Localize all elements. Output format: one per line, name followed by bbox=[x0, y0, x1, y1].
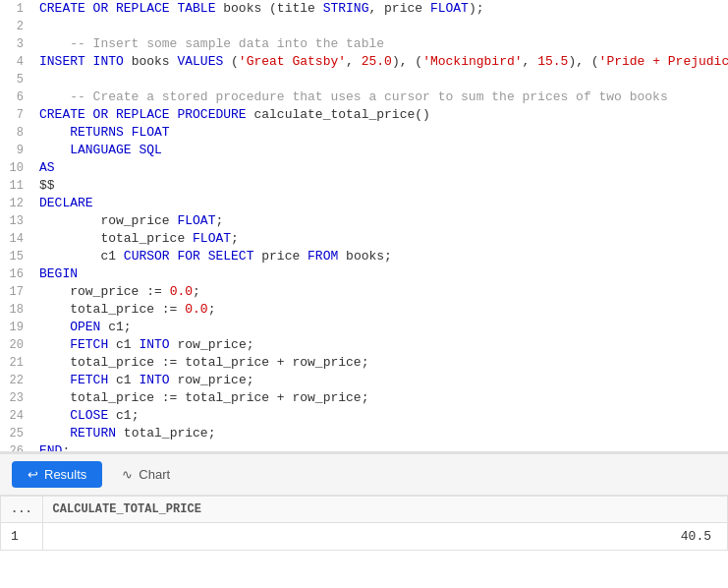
line-code: AS bbox=[35, 159, 728, 177]
line-number: 16 bbox=[0, 265, 35, 283]
chart-label: Chart bbox=[139, 467, 170, 482]
line-number: 2 bbox=[0, 18, 35, 35]
line-code bbox=[35, 71, 728, 88]
code-token: FETCH bbox=[70, 337, 108, 352]
code-token: 0.0 bbox=[185, 302, 207, 317]
results-tab[interactable]: ↩ Results bbox=[12, 461, 102, 488]
code-token: , price bbox=[368, 1, 429, 16]
line-code: $$ bbox=[35, 177, 728, 195]
tabs-bar: ↩ Results ∿ Chart bbox=[0, 452, 728, 496]
line-number: 5 bbox=[0, 71, 35, 88]
code-token: STRING bbox=[323, 1, 369, 16]
code-token: ( bbox=[223, 54, 239, 69]
line-code: END; bbox=[35, 442, 728, 452]
line-code: LANGUAGE SQL bbox=[35, 142, 728, 159]
code-token: row_price; bbox=[170, 373, 254, 387]
code-token: CURSOR FOR SELECT bbox=[124, 249, 254, 264]
code-token: $$ bbox=[39, 178, 55, 193]
code-token: ); bbox=[469, 1, 484, 16]
line-code: -- Insert some sample data into the tabl… bbox=[35, 35, 728, 53]
code-token: CLOSE bbox=[70, 408, 108, 423]
code-token: row_price := bbox=[39, 284, 170, 299]
row-number: 1 bbox=[1, 523, 43, 551]
line-code: total_price := 0.0; bbox=[35, 301, 728, 319]
code-token: CREATE OR REPLACE TABLE bbox=[39, 1, 215, 16]
code-token: RETURN bbox=[70, 426, 116, 441]
line-code: c1 CURSOR FOR SELECT price FROM books; bbox=[35, 248, 728, 265]
code-token: INTO bbox=[139, 373, 169, 387]
code-table: 1CREATE OR REPLACE TABLE books (title ST… bbox=[0, 0, 728, 452]
code-token: total_price; bbox=[116, 426, 215, 441]
line-code: RETURNS FLOAT bbox=[35, 124, 728, 142]
code-token: FETCH bbox=[70, 373, 108, 387]
results-icon: ↩ bbox=[28, 467, 38, 482]
line-number: 24 bbox=[0, 407, 35, 425]
code-token: 'Great Gatsby' bbox=[239, 54, 346, 69]
code-token bbox=[39, 320, 70, 334]
code-token bbox=[39, 408, 70, 423]
line-code: total_price FLOAT; bbox=[35, 230, 728, 248]
line-number: 4 bbox=[0, 53, 35, 71]
code-token: ; bbox=[215, 213, 223, 228]
line-code: FETCH c1 INTO row_price; bbox=[35, 372, 728, 389]
line-code: row_price := 0.0; bbox=[35, 283, 728, 301]
code-token: ), ( bbox=[568, 54, 598, 69]
code-token: total_price bbox=[39, 231, 193, 246]
results-header-row: ... CALCULATE_TOTAL_PRICE bbox=[1, 497, 728, 523]
line-number: 3 bbox=[0, 35, 35, 53]
line-code: total_price := total_price + row_price; bbox=[35, 389, 728, 407]
code-token bbox=[39, 426, 70, 441]
code-token: c1; bbox=[100, 320, 131, 334]
line-number: 20 bbox=[0, 336, 35, 354]
line-number: 15 bbox=[0, 248, 35, 265]
line-number: 13 bbox=[0, 212, 35, 230]
header-calculate: CALCULATE_TOTAL_PRICE bbox=[42, 497, 727, 523]
line-code: CREATE OR REPLACE TABLE books (title STR… bbox=[35, 0, 728, 18]
line-number: 9 bbox=[0, 142, 35, 159]
line-number: 23 bbox=[0, 389, 35, 407]
code-token: RETURNS bbox=[70, 125, 124, 140]
line-number: 26 bbox=[0, 442, 35, 452]
chart-tab[interactable]: ∿ Chart bbox=[110, 461, 182, 488]
code-token: books; bbox=[338, 249, 392, 264]
line-code: RETURN total_price; bbox=[35, 425, 728, 442]
code-token: , bbox=[523, 54, 538, 69]
line-code: FETCH c1 INTO row_price; bbox=[35, 336, 728, 354]
line-code: total_price := total_price + row_price; bbox=[35, 354, 728, 372]
code-token: INSERT INTO bbox=[39, 54, 124, 69]
code-token: total_price := total_price + row_price; bbox=[39, 355, 368, 370]
line-number: 19 bbox=[0, 319, 35, 336]
line-number: 7 bbox=[0, 106, 35, 124]
line-number: 14 bbox=[0, 230, 35, 248]
line-code: CREATE OR REPLACE PROCEDURE calculate_to… bbox=[35, 106, 728, 124]
code-token: VALUES bbox=[177, 54, 223, 69]
code-token: total_price := total_price + row_price; bbox=[39, 390, 368, 405]
results-table: ... CALCULATE_TOTAL_PRICE 140.5 bbox=[0, 496, 728, 551]
code-token bbox=[39, 337, 70, 352]
code-editor: 1CREATE OR REPLACE TABLE books (title ST… bbox=[0, 0, 728, 452]
code-token: ), ( bbox=[392, 54, 422, 69]
line-number: 18 bbox=[0, 301, 35, 319]
code-token: calculate_total_price() bbox=[247, 107, 430, 122]
results-row: 140.5 bbox=[1, 523, 728, 551]
result-value: 40.5 bbox=[42, 523, 727, 551]
line-number: 8 bbox=[0, 124, 35, 142]
code-token: c1 bbox=[108, 373, 139, 387]
code-token: 15.5 bbox=[537, 54, 568, 69]
code-token: 0.0 bbox=[170, 284, 193, 299]
line-number: 10 bbox=[0, 159, 35, 177]
line-code: OPEN c1; bbox=[35, 319, 728, 336]
code-token: price bbox=[253, 249, 308, 264]
code-token: row_price bbox=[39, 213, 177, 228]
code-token bbox=[124, 125, 132, 140]
code-token bbox=[39, 143, 70, 157]
line-number: 17 bbox=[0, 283, 35, 301]
line-number: 22 bbox=[0, 372, 35, 389]
code-token: ; bbox=[193, 284, 200, 299]
code-token: DECLARE bbox=[39, 196, 93, 210]
code-token bbox=[39, 125, 70, 140]
code-token: LANGUAGE SQL bbox=[70, 143, 162, 157]
line-code: row_price FLOAT; bbox=[35, 212, 728, 230]
code-token: INTO bbox=[139, 337, 169, 352]
code-token: c1 bbox=[39, 249, 124, 264]
